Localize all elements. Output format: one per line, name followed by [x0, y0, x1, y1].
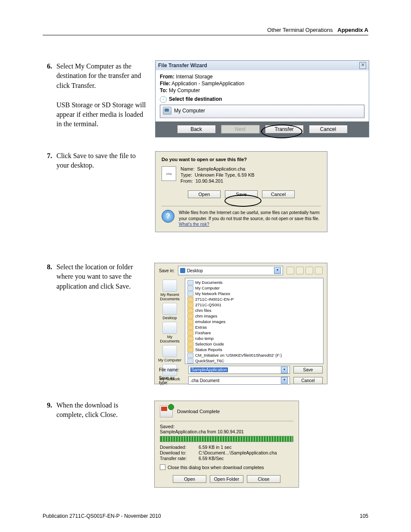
list-item[interactable]: 2711C-QS001 [187, 302, 321, 308]
wizard-titlebar: File Transfer Wizard ✕ [156, 61, 369, 70]
folder-icon [187, 291, 193, 296]
header-section: Other Terminal Operations [267, 27, 333, 33]
step-8: 8. Select the location or folder where y… [42, 262, 147, 291]
type-value: Unknown File Type, 6.59 KB [195, 172, 255, 177]
step-9: 9. When the download is complete, click … [42, 401, 147, 420]
checkbox-label: Close this dialog box when download comp… [168, 465, 264, 470]
open-button[interactable]: Open [173, 475, 206, 483]
page-header: Other Terminal Operations Appendix A [43, 27, 368, 35]
close-button[interactable]: Close [247, 475, 280, 483]
place-item[interactable]: My Computer [157, 345, 183, 362]
savein-combo[interactable]: Desktop ▾ [178, 266, 283, 275]
list-item[interactable]: Extras [187, 324, 321, 330]
download-complete-icon [160, 405, 173, 417]
downloadto-label: Download to: [160, 450, 199, 455]
list-item[interactable]: 2711C-IN001C-EN-P [187, 296, 321, 302]
step-text: Select My Computer as the destination fo… [56, 62, 141, 89]
save-as-dialog: Save in: Desktop ▾ My Recent DocumentsDe… [154, 263, 327, 384]
from-label: From: [181, 178, 193, 184]
step-note: USB Storage or SD Storage will appear if… [56, 101, 146, 128]
list-item[interactable]: Status Reports [187, 347, 321, 352]
chevron-down-icon[interactable]: ▾ [281, 377, 288, 384]
place-item[interactable]: My Recent Documents [157, 280, 183, 301]
filetype-label: Save as type: [159, 376, 185, 385]
from-value: 10.90.94.201 [196, 178, 223, 184]
list-item[interactable]: My Computer [160, 105, 364, 117]
name-value: SampleApplication.cha [197, 166, 246, 171]
list-item[interactable]: My Network Places [187, 291, 321, 296]
file-list[interactable]: My DocumentsMy ComputerMy Network Places… [185, 278, 324, 364]
filename-input[interactable]: SampleApplication▾ [188, 366, 290, 374]
list-item[interactable]: chm images [187, 313, 321, 319]
back-button[interactable]: Back [177, 125, 216, 134]
list-item[interactable]: My Computer [187, 285, 321, 291]
place-item[interactable]: My Documents [157, 322, 183, 343]
folder-icon [187, 342, 193, 347]
list-item[interactable]: robo temp [187, 336, 321, 341]
list-item[interactable]: My Documents [187, 280, 321, 285]
publication-info: Publication 2711C-QS001F-EN-P - November… [43, 513, 161, 519]
step-number: 8. [42, 262, 52, 272]
destination-list[interactable]: My Computer [160, 105, 364, 118]
saved-value: SampleApplication.cha from 10.90.94.201 [160, 429, 293, 434]
to-label: To: [160, 87, 168, 93]
folder-icon [187, 297, 193, 302]
up-icon[interactable] [296, 267, 304, 274]
dialog-question: Do you want to open or save this file? [162, 157, 321, 162]
list-item[interactable]: Fixshare [187, 330, 321, 336]
step-number: 7. [42, 151, 52, 161]
view-menu-icon[interactable] [315, 267, 323, 274]
header-appendix: Appendix A [337, 27, 368, 33]
step-6: 6. Select My Computer as the destination… [42, 62, 147, 129]
back-icon[interactable] [286, 267, 294, 274]
save-button[interactable]: Save [293, 366, 323, 373]
list-item[interactable]: emulator images [187, 319, 321, 324]
chevron-down-icon[interactable]: ▾ [281, 367, 288, 373]
open-folder-button[interactable]: Open Folder [210, 475, 243, 483]
folder-icon [187, 347, 193, 352]
rate-label: Transfer rate: [160, 456, 199, 461]
rate-value: 6.59 KB/Sec [199, 456, 293, 461]
folder-icon [187, 314, 193, 319]
folder-icon [187, 353, 193, 358]
new-folder-icon[interactable] [305, 267, 313, 274]
list-item[interactable]: Selection Guide [187, 341, 321, 347]
whats-the-risk-link[interactable]: What's the risk? [179, 222, 209, 227]
page-number: 105 [360, 513, 368, 519]
from-value: Internal Storage [176, 74, 212, 80]
folder-icon [187, 330, 193, 336]
folder-icon [187, 308, 193, 313]
to-value: My Computer [169, 87, 200, 93]
save-button[interactable]: Save [225, 190, 258, 198]
transfer-button[interactable]: Transfer [265, 125, 304, 134]
computer-icon [163, 107, 171, 115]
down-arrow-icon: ↓ [160, 96, 167, 103]
cancel-button[interactable]: Cancel [262, 190, 295, 198]
file-icon: cha [162, 166, 176, 181]
cancel-button[interactable]: Cancel [293, 377, 323, 384]
open-button[interactable]: Open [188, 190, 221, 198]
select-dest-label: Select file destination [169, 96, 222, 102]
list-item[interactable]: chm files [187, 308, 321, 313]
saved-label: Saved: [160, 424, 293, 429]
folder-icon [187, 358, 193, 364]
list-item[interactable]: QuickStart_T6C [187, 358, 321, 364]
place-item[interactable]: Desktop [157, 303, 183, 320]
page-footer: Publication 2711C-QS001F-EN-P - November… [43, 513, 368, 519]
close-icon[interactable]: ✕ [359, 62, 366, 69]
filetype-combo[interactable]: .cha Document▾ [188, 376, 290, 385]
desktop-icon [180, 268, 185, 273]
type-label: Type: [181, 172, 192, 177]
savein-value: Desktop [187, 268, 272, 273]
file-download-dialog: Do you want to open or save this file? c… [155, 151, 327, 232]
close-when-done-checkbox[interactable] [160, 464, 165, 470]
wizard-button-bar: Back Next Transfer Cancel [156, 121, 369, 137]
folder-icon [187, 325, 193, 330]
chevron-down-icon[interactable]: ▾ [274, 267, 281, 274]
list-item[interactable]: CM_Initiative on 'USMKEVfile001Shared02'… [187, 352, 321, 358]
dialog-title: Download Complete [177, 409, 220, 414]
cancel-button[interactable]: Cancel [309, 125, 348, 134]
step-text: When the download is complete, click Clo… [56, 401, 147, 420]
warning-text: While files from the Internet can be use… [179, 210, 321, 227]
place-icon [162, 322, 177, 334]
